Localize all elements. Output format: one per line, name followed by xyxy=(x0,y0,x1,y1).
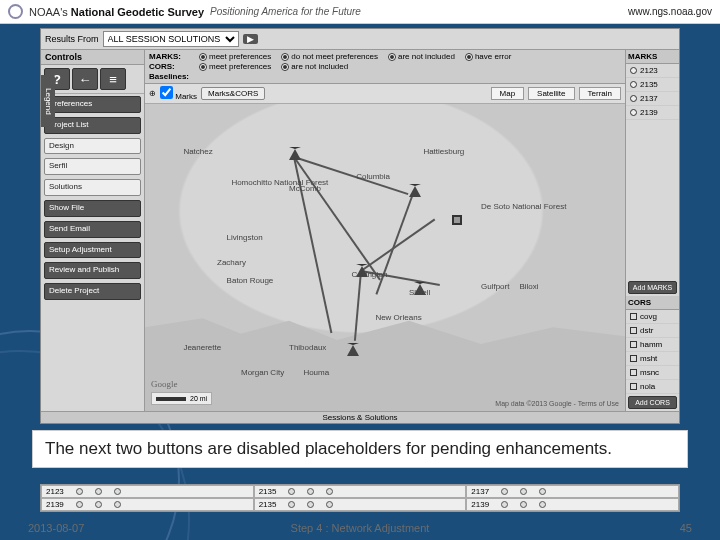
cors-filter-opts: meet preferences are not included xyxy=(199,62,621,71)
right-panel: MARKS 2123 2135 2137 2139 Add MARKS CORS… xyxy=(625,50,679,411)
org-label: NOAA's xyxy=(29,6,68,18)
review-publish-button[interactable]: Review and Publish xyxy=(44,262,141,279)
cors-filter-label: CORS: xyxy=(149,62,199,71)
controls-panel: Controls ? ← ≡ Preferences Project List … xyxy=(41,50,145,411)
cors-head: CORS xyxy=(626,296,679,310)
cors-item[interactable]: msnc xyxy=(626,366,679,380)
serfil-button[interactable]: Serfil xyxy=(44,158,141,175)
send-email-button[interactable]: Send Email xyxy=(44,221,141,238)
icon-row: ? ← ≡ xyxy=(41,65,144,94)
solutions-button[interactable]: Solutions xyxy=(44,179,141,196)
controls-head: Controls xyxy=(41,50,144,65)
marks-opt-notincl[interactable]: are not included xyxy=(388,52,455,61)
google-logo: Google xyxy=(151,379,178,389)
cors-item[interactable]: covg xyxy=(626,310,679,324)
cors-opt-notincl[interactable]: are not included xyxy=(281,62,348,71)
table-cell[interactable]: 2139 xyxy=(41,498,254,511)
marks-head: MARKS xyxy=(626,50,679,64)
sessions-table: 2123 2135 2137 2139 2135 2139 xyxy=(40,484,680,512)
brand: NOAA's National Geodetic Survey xyxy=(29,6,204,18)
back-button[interactable]: ← xyxy=(72,68,98,90)
delete-project-button[interactable]: Delete Project xyxy=(44,283,141,300)
slide-footer: 2013-08-07 Step 4 : Network Adjustment 4… xyxy=(0,522,720,534)
mark-item[interactable]: 2137 xyxy=(626,92,679,106)
results-go-button[interactable]: ▶ xyxy=(243,34,258,44)
map-canvas[interactable]: NatchezHomochitto National ForestMcCombC… xyxy=(145,104,625,411)
table-cell[interactable]: 2139 xyxy=(466,498,679,511)
cors-opt-meet[interactable]: meet preferences xyxy=(199,62,271,71)
table-cell[interactable]: 2137 xyxy=(466,485,679,498)
city-label: Slidell xyxy=(409,288,430,297)
hand-icon[interactable]: ⊕ xyxy=(149,89,156,98)
city-label: Livingston xyxy=(227,233,263,242)
setup-adjustment-button[interactable]: Setup Adjustment xyxy=(44,242,141,259)
mark-item[interactable]: 2123 xyxy=(626,64,679,78)
list-button[interactable]: ≡ xyxy=(100,68,126,90)
city-label: Gulfport xyxy=(481,282,509,291)
map-attribution: Map data ©2013 Google - Terms of Use xyxy=(495,400,619,407)
cors-node[interactable] xyxy=(452,215,462,225)
tagline: Positioning America for the Future xyxy=(210,6,361,17)
city-label: Houma xyxy=(303,368,329,377)
project-list-button[interactable]: Project List xyxy=(44,117,141,134)
filter-bar: MARKS: meet preferences do not meet pref… xyxy=(145,50,625,84)
center-area: MARKS: meet preferences do not meet pref… xyxy=(145,50,625,411)
add-cors-button[interactable]: Add CORS xyxy=(628,396,677,409)
footer-title: Step 4 : Network Adjustment xyxy=(0,522,720,534)
city-label: Jeanerette xyxy=(183,343,221,352)
cors-item[interactable]: nola xyxy=(626,380,679,394)
results-dropdown[interactable]: ALL SESSION SOLUTIONS xyxy=(103,31,239,47)
results-bar: Results From ALL SESSION SOLUTIONS ▶ xyxy=(41,29,679,50)
design-button[interactable]: Design xyxy=(44,138,141,155)
map-toolbar: ⊕ Marks Marks&CORS Map Satellite Terrain xyxy=(145,84,625,104)
legend-tab[interactable]: Legend xyxy=(41,75,55,127)
city-label: Morgan City xyxy=(241,368,284,377)
marks-filter-opts: meet preferences do not meet preferences… xyxy=(199,52,621,61)
scale-bar: 20 mi xyxy=(151,392,212,405)
sessions-strip[interactable]: Sessions & Solutions xyxy=(41,411,679,423)
search-icon xyxy=(8,4,23,19)
annotation-box: The next two buttons are disabled placeh… xyxy=(32,430,688,468)
app-frame: Results From ALL SESSION SOLUTIONS ▶ Leg… xyxy=(40,28,680,424)
city-label: Zachary xyxy=(217,258,246,267)
city-label: Baton Rouge xyxy=(227,276,274,285)
marks-opt-error[interactable]: have error xyxy=(465,52,511,61)
marks-filter-label: MARKS: xyxy=(149,52,199,61)
header-bar: NOAA's National Geodetic Survey Position… xyxy=(0,0,720,24)
city-label: Biloxi xyxy=(519,282,538,291)
map-tab[interactable]: Map xyxy=(491,87,525,100)
preferences-button[interactable]: Preferences xyxy=(44,96,141,113)
add-marks-button[interactable]: Add MARKS xyxy=(628,281,677,294)
marks-cors-tab[interactable]: Marks&CORS xyxy=(201,87,265,100)
cors-item[interactable]: hamm xyxy=(626,338,679,352)
city-label: Covington xyxy=(351,270,387,279)
show-file-button[interactable]: Show File xyxy=(44,200,141,217)
results-label: Results From xyxy=(45,34,99,44)
mark-item[interactable]: 2139 xyxy=(626,106,679,120)
city-label: Columbia xyxy=(356,172,390,181)
terrain-tab[interactable]: Terrain xyxy=(579,87,621,100)
city-label: De Soto National Forest xyxy=(481,202,566,211)
satellite-tab[interactable]: Satellite xyxy=(528,87,574,100)
site-url: www.ngs.noaa.gov xyxy=(628,6,712,17)
city-label: McComb xyxy=(289,184,321,193)
cors-item[interactable]: dstr xyxy=(626,324,679,338)
city-label: New Orleans xyxy=(375,313,421,322)
city-label: Hattiesburg xyxy=(423,147,464,156)
mark-node[interactable] xyxy=(409,184,421,197)
mark-node[interactable] xyxy=(347,343,359,356)
table-cell[interactable]: 2135 xyxy=(254,485,467,498)
city-label: Thibodaux xyxy=(289,343,326,352)
marks-checkbox[interactable]: Marks xyxy=(160,86,197,101)
marks-opt-notmeet[interactable]: do not meet preferences xyxy=(281,52,378,61)
mark-item[interactable]: 2135 xyxy=(626,78,679,92)
table-cell[interactable]: 2123 xyxy=(41,485,254,498)
city-label: Natchez xyxy=(183,147,212,156)
marks-opt-meet[interactable]: meet preferences xyxy=(199,52,271,61)
cors-item[interactable]: msht xyxy=(626,352,679,366)
brand-name: National Geodetic Survey xyxy=(71,6,204,18)
mark-node[interactable] xyxy=(289,147,301,160)
table-cell[interactable]: 2135 xyxy=(254,498,467,511)
baselines-filter-label: Baselines: xyxy=(149,72,199,81)
